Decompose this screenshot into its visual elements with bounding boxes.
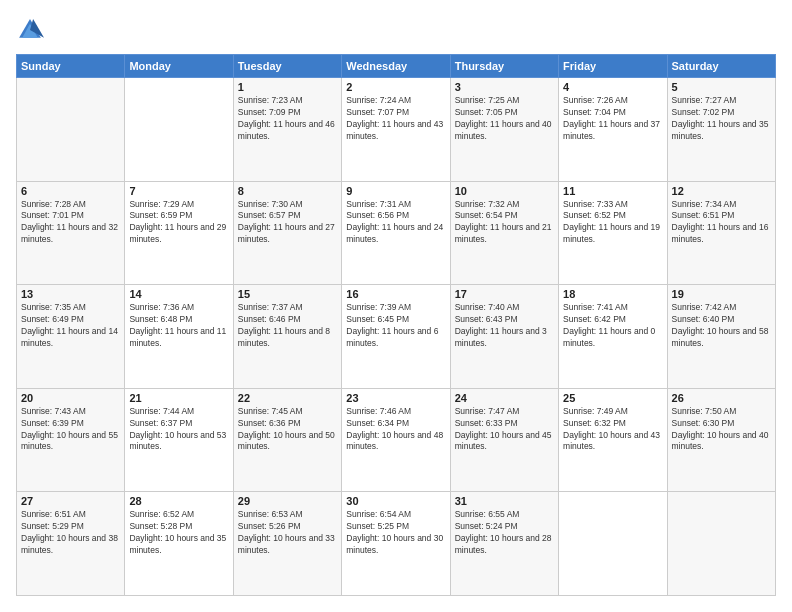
calendar-day-cell: 17Sunrise: 7:40 AM Sunset: 6:43 PM Dayli… [450, 285, 558, 389]
day-info: Sunrise: 7:40 AM Sunset: 6:43 PM Dayligh… [455, 302, 554, 350]
calendar-day-cell: 11Sunrise: 7:33 AM Sunset: 6:52 PM Dayli… [559, 181, 667, 285]
day-number: 27 [21, 495, 120, 507]
day-info: Sunrise: 7:42 AM Sunset: 6:40 PM Dayligh… [672, 302, 771, 350]
calendar-table: SundayMondayTuesdayWednesdayThursdayFrid… [16, 54, 776, 596]
calendar-day-cell: 29Sunrise: 6:53 AM Sunset: 5:26 PM Dayli… [233, 492, 341, 596]
day-number: 6 [21, 185, 120, 197]
day-number: 1 [238, 81, 337, 93]
day-info: Sunrise: 7:36 AM Sunset: 6:48 PM Dayligh… [129, 302, 228, 350]
calendar-week-row: 1Sunrise: 7:23 AM Sunset: 7:09 PM Daylig… [17, 78, 776, 182]
day-number: 4 [563, 81, 662, 93]
calendar-day-cell: 20Sunrise: 7:43 AM Sunset: 6:39 PM Dayli… [17, 388, 125, 492]
day-number: 5 [672, 81, 771, 93]
day-info: Sunrise: 7:47 AM Sunset: 6:33 PM Dayligh… [455, 406, 554, 454]
day-info: Sunrise: 7:49 AM Sunset: 6:32 PM Dayligh… [563, 406, 662, 454]
calendar-day-cell: 3Sunrise: 7:25 AM Sunset: 7:05 PM Daylig… [450, 78, 558, 182]
calendar-day-cell: 7Sunrise: 7:29 AM Sunset: 6:59 PM Daylig… [125, 181, 233, 285]
day-number: 30 [346, 495, 445, 507]
day-number: 14 [129, 288, 228, 300]
calendar-header-row: SundayMondayTuesdayWednesdayThursdayFrid… [17, 55, 776, 78]
day-info: Sunrise: 7:27 AM Sunset: 7:02 PM Dayligh… [672, 95, 771, 143]
day-number: 10 [455, 185, 554, 197]
day-info: Sunrise: 7:32 AM Sunset: 6:54 PM Dayligh… [455, 199, 554, 247]
day-number: 31 [455, 495, 554, 507]
day-info: Sunrise: 7:26 AM Sunset: 7:04 PM Dayligh… [563, 95, 662, 143]
calendar-day-cell: 10Sunrise: 7:32 AM Sunset: 6:54 PM Dayli… [450, 181, 558, 285]
day-info: Sunrise: 6:53 AM Sunset: 5:26 PM Dayligh… [238, 509, 337, 557]
day-number: 9 [346, 185, 445, 197]
day-info: Sunrise: 7:44 AM Sunset: 6:37 PM Dayligh… [129, 406, 228, 454]
day-number: 15 [238, 288, 337, 300]
calendar-day-cell: 12Sunrise: 7:34 AM Sunset: 6:51 PM Dayli… [667, 181, 775, 285]
calendar-day-cell: 28Sunrise: 6:52 AM Sunset: 5:28 PM Dayli… [125, 492, 233, 596]
day-number: 19 [672, 288, 771, 300]
calendar-day-cell: 26Sunrise: 7:50 AM Sunset: 6:30 PM Dayli… [667, 388, 775, 492]
day-number: 16 [346, 288, 445, 300]
calendar-day-cell: 15Sunrise: 7:37 AM Sunset: 6:46 PM Dayli… [233, 285, 341, 389]
day-number: 29 [238, 495, 337, 507]
weekday-header: Monday [125, 55, 233, 78]
day-number: 26 [672, 392, 771, 404]
calendar-day-cell: 16Sunrise: 7:39 AM Sunset: 6:45 PM Dayli… [342, 285, 450, 389]
day-number: 8 [238, 185, 337, 197]
calendar-day-cell: 8Sunrise: 7:30 AM Sunset: 6:57 PM Daylig… [233, 181, 341, 285]
day-info: Sunrise: 7:34 AM Sunset: 6:51 PM Dayligh… [672, 199, 771, 247]
day-info: Sunrise: 7:31 AM Sunset: 6:56 PM Dayligh… [346, 199, 445, 247]
calendar-day-cell: 27Sunrise: 6:51 AM Sunset: 5:29 PM Dayli… [17, 492, 125, 596]
day-number: 13 [21, 288, 120, 300]
page: SundayMondayTuesdayWednesdayThursdayFrid… [0, 0, 792, 612]
day-number: 21 [129, 392, 228, 404]
day-info: Sunrise: 6:55 AM Sunset: 5:24 PM Dayligh… [455, 509, 554, 557]
calendar-day-cell: 5Sunrise: 7:27 AM Sunset: 7:02 PM Daylig… [667, 78, 775, 182]
header [16, 16, 776, 44]
day-number: 28 [129, 495, 228, 507]
day-info: Sunrise: 7:50 AM Sunset: 6:30 PM Dayligh… [672, 406, 771, 454]
day-number: 25 [563, 392, 662, 404]
day-info: Sunrise: 7:33 AM Sunset: 6:52 PM Dayligh… [563, 199, 662, 247]
day-number: 22 [238, 392, 337, 404]
day-info: Sunrise: 7:25 AM Sunset: 7:05 PM Dayligh… [455, 95, 554, 143]
calendar-day-cell: 18Sunrise: 7:41 AM Sunset: 6:42 PM Dayli… [559, 285, 667, 389]
calendar-day-cell: 2Sunrise: 7:24 AM Sunset: 7:07 PM Daylig… [342, 78, 450, 182]
calendar-day-cell: 4Sunrise: 7:26 AM Sunset: 7:04 PM Daylig… [559, 78, 667, 182]
day-info: Sunrise: 7:46 AM Sunset: 6:34 PM Dayligh… [346, 406, 445, 454]
calendar-day-cell: 24Sunrise: 7:47 AM Sunset: 6:33 PM Dayli… [450, 388, 558, 492]
calendar-day-cell: 30Sunrise: 6:54 AM Sunset: 5:25 PM Dayli… [342, 492, 450, 596]
calendar-week-row: 6Sunrise: 7:28 AM Sunset: 7:01 PM Daylig… [17, 181, 776, 285]
calendar-day-cell: 6Sunrise: 7:28 AM Sunset: 7:01 PM Daylig… [17, 181, 125, 285]
calendar-day-cell [17, 78, 125, 182]
day-info: Sunrise: 6:52 AM Sunset: 5:28 PM Dayligh… [129, 509, 228, 557]
day-info: Sunrise: 7:43 AM Sunset: 6:39 PM Dayligh… [21, 406, 120, 454]
day-info: Sunrise: 7:23 AM Sunset: 7:09 PM Dayligh… [238, 95, 337, 143]
calendar-day-cell: 14Sunrise: 7:36 AM Sunset: 6:48 PM Dayli… [125, 285, 233, 389]
calendar-week-row: 27Sunrise: 6:51 AM Sunset: 5:29 PM Dayli… [17, 492, 776, 596]
day-number: 17 [455, 288, 554, 300]
day-number: 11 [563, 185, 662, 197]
day-info: Sunrise: 7:35 AM Sunset: 6:49 PM Dayligh… [21, 302, 120, 350]
day-info: Sunrise: 7:24 AM Sunset: 7:07 PM Dayligh… [346, 95, 445, 143]
calendar-day-cell [667, 492, 775, 596]
calendar-day-cell: 1Sunrise: 7:23 AM Sunset: 7:09 PM Daylig… [233, 78, 341, 182]
day-number: 3 [455, 81, 554, 93]
weekday-header: Saturday [667, 55, 775, 78]
day-info: Sunrise: 7:28 AM Sunset: 7:01 PM Dayligh… [21, 199, 120, 247]
weekday-header: Tuesday [233, 55, 341, 78]
calendar-day-cell: 23Sunrise: 7:46 AM Sunset: 6:34 PM Dayli… [342, 388, 450, 492]
day-info: Sunrise: 6:51 AM Sunset: 5:29 PM Dayligh… [21, 509, 120, 557]
weekday-header: Friday [559, 55, 667, 78]
day-info: Sunrise: 7:37 AM Sunset: 6:46 PM Dayligh… [238, 302, 337, 350]
calendar-day-cell [559, 492, 667, 596]
calendar-day-cell: 25Sunrise: 7:49 AM Sunset: 6:32 PM Dayli… [559, 388, 667, 492]
day-info: Sunrise: 7:41 AM Sunset: 6:42 PM Dayligh… [563, 302, 662, 350]
day-info: Sunrise: 7:29 AM Sunset: 6:59 PM Dayligh… [129, 199, 228, 247]
logo-icon [16, 16, 44, 44]
weekday-header: Thursday [450, 55, 558, 78]
calendar-day-cell: 22Sunrise: 7:45 AM Sunset: 6:36 PM Dayli… [233, 388, 341, 492]
weekday-header: Wednesday [342, 55, 450, 78]
day-info: Sunrise: 7:39 AM Sunset: 6:45 PM Dayligh… [346, 302, 445, 350]
day-number: 20 [21, 392, 120, 404]
day-number: 24 [455, 392, 554, 404]
day-number: 23 [346, 392, 445, 404]
calendar-day-cell: 19Sunrise: 7:42 AM Sunset: 6:40 PM Dayli… [667, 285, 775, 389]
day-number: 18 [563, 288, 662, 300]
